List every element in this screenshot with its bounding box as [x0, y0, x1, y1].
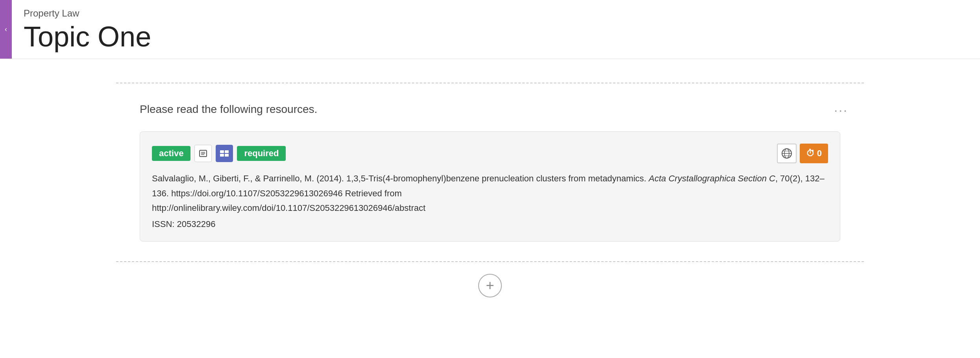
resource-card: active — [140, 131, 840, 242]
required-badge: required — [237, 146, 286, 161]
page-header: ‹ Property Law Topic One — [0, 0, 980, 59]
resource-citation: Salvalaglio, M., Giberti, F., & Parrinel… — [152, 171, 828, 215]
more-options-button[interactable]: ··· — [834, 103, 848, 118]
document-icon — [199, 149, 207, 157]
list-icon-btn[interactable] — [216, 145, 233, 162]
badge-group: active — [152, 145, 286, 162]
issn-text: ISSN: 20532296 — [152, 219, 828, 229]
timer-icon: ⏱ — [806, 148, 815, 159]
journal-name: Acta Crystallographica Section C — [649, 173, 775, 183]
globe-icon — [781, 148, 793, 159]
active-badge: active — [152, 146, 190, 161]
back-icon: ‹ — [5, 25, 7, 33]
page-title: Topic One — [24, 21, 964, 52]
breadcrumb: Property Law — [24, 8, 964, 19]
svg-rect-6 — [220, 154, 224, 157]
list-grid-icon — [220, 149, 229, 157]
card-actions: ⏱ 0 — [777, 144, 828, 163]
add-block-button[interactable]: + — [478, 274, 502, 297]
main-content: Please read the following resources. ···… — [116, 59, 864, 333]
svg-rect-5 — [225, 150, 229, 153]
add-section: + — [116, 261, 864, 309]
lines-icon-btn[interactable] — [194, 145, 212, 162]
resource-url: http://onlinelibrary.wiley.com/doi/10.11… — [152, 203, 425, 213]
timer-count: 0 — [817, 148, 822, 159]
add-icon: + — [486, 277, 494, 294]
resource-card-header: active — [152, 144, 828, 163]
timer-button[interactable]: ⏱ 0 — [800, 144, 828, 163]
svg-rect-4 — [220, 150, 224, 153]
section-description: Please read the following resources. — [140, 103, 840, 116]
back-button[interactable]: ‹ — [0, 0, 12, 59]
svg-rect-7 — [225, 154, 229, 157]
content-section: Please read the following resources. ···… — [116, 83, 864, 261]
globe-button[interactable] — [777, 144, 797, 163]
citation-text: Salvalaglio, M., Giberti, F., & Parrinel… — [152, 173, 646, 183]
